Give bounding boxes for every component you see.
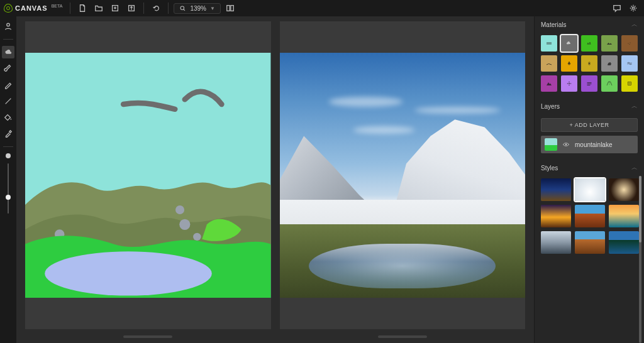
style-thumbnail xyxy=(575,205,605,227)
tool-pencil[interactable] xyxy=(2,79,14,91)
layers-header[interactable]: Layers ︿ xyxy=(535,98,644,114)
brush-size-knob[interactable] xyxy=(6,195,11,200)
user-icon xyxy=(4,22,13,31)
svg-point-16 xyxy=(630,44,630,45)
style-thumbnail xyxy=(541,205,571,227)
nvidia-logo-icon xyxy=(4,4,13,13)
new-file-icon xyxy=(78,4,87,13)
feedback-button[interactable] xyxy=(610,2,624,14)
style-night-sky[interactable] xyxy=(541,178,571,201)
chevron-down-icon: ▼ xyxy=(210,6,215,11)
render-cloud xyxy=(329,97,402,107)
style-thumbnail xyxy=(609,231,639,254)
add-layer-button[interactable]: + ADD LAYER xyxy=(541,118,638,132)
style-ocean-sunset[interactable] xyxy=(609,205,639,227)
tool-cloud[interactable] xyxy=(2,46,14,58)
svg-point-17 xyxy=(569,83,570,84)
topbar: CANVAS BETA 139% ▼ xyxy=(0,0,644,16)
export-button[interactable] xyxy=(125,2,138,14)
material-tree-icon xyxy=(565,60,573,67)
divider xyxy=(3,39,13,40)
material-grass[interactable] xyxy=(581,35,597,52)
cloud-icon xyxy=(4,48,13,57)
layer-row[interactable]: mountainlake xyxy=(541,136,638,153)
material-sand-icon xyxy=(545,60,553,67)
fill-icon xyxy=(4,113,13,122)
styles-grid xyxy=(535,176,644,260)
material-hill[interactable] xyxy=(601,35,618,52)
tool-accounts[interactable] xyxy=(2,20,14,33)
svg-point-18 xyxy=(569,82,570,83)
open-file-button[interactable] xyxy=(92,2,106,14)
materials-title: Materials xyxy=(541,21,567,28)
chevron-up-icon: ︿ xyxy=(631,102,638,111)
render-canvas[interactable] xyxy=(280,53,526,298)
style-thumbnail xyxy=(575,178,605,201)
layer-name: mountainlake xyxy=(575,141,612,148)
new-file-button[interactable] xyxy=(75,2,89,14)
material-cloud[interactable] xyxy=(561,35,577,52)
material-rock[interactable] xyxy=(601,55,618,72)
styles-scroll-area xyxy=(535,176,644,343)
material-fog[interactable] xyxy=(581,75,597,92)
style-thumbnail xyxy=(541,178,571,201)
svg-point-7 xyxy=(11,119,12,120)
tool-eyedropper[interactable] xyxy=(2,128,14,140)
divider xyxy=(3,146,13,147)
style-sunset-clouds[interactable] xyxy=(541,205,571,227)
material-bush[interactable] xyxy=(581,55,597,72)
style-cave[interactable] xyxy=(609,178,639,201)
material-sky[interactable] xyxy=(541,35,557,52)
settings-button[interactable] xyxy=(626,2,640,14)
line-icon xyxy=(4,97,13,106)
tool-fill[interactable] xyxy=(2,111,14,124)
zoom-dropdown[interactable]: 139% ▼ xyxy=(174,3,221,14)
material-road[interactable] xyxy=(601,75,618,92)
styles-scrollbar[interactable] xyxy=(639,176,641,343)
style-desert-mesa[interactable] xyxy=(575,205,605,227)
export-icon xyxy=(127,4,136,13)
brush-size-slider[interactable] xyxy=(8,163,9,214)
material-mountain-icon xyxy=(545,80,553,87)
svg-point-10 xyxy=(175,205,184,214)
material-snow[interactable] xyxy=(621,75,638,92)
feedback-icon xyxy=(613,4,621,13)
materials-header[interactable]: Materials ︿ xyxy=(535,16,644,33)
style-lake-valley[interactable] xyxy=(609,231,639,254)
segmentation-canvas[interactable] xyxy=(25,53,271,298)
styles-title: Styles xyxy=(541,165,558,172)
svg-rect-3 xyxy=(227,6,230,11)
material-dirt[interactable] xyxy=(621,35,638,52)
material-water[interactable] xyxy=(621,55,638,72)
brush-size-preview xyxy=(6,153,11,158)
svg-point-13 xyxy=(45,251,212,295)
compare-icon xyxy=(226,4,235,13)
style-snow-mountain[interactable] xyxy=(575,178,605,201)
tool-line[interactable] xyxy=(2,95,14,107)
material-hill-icon xyxy=(606,40,613,47)
material-flower[interactable] xyxy=(561,75,577,92)
material-mountain[interactable] xyxy=(541,75,557,92)
eyedropper-icon xyxy=(4,129,13,138)
styles-scroll-thumb[interactable] xyxy=(639,176,641,242)
material-grass-icon xyxy=(586,40,593,47)
styles-header[interactable]: Styles ︿ xyxy=(535,160,644,176)
segmentation-canvas-wrap xyxy=(25,21,271,329)
material-rock-icon xyxy=(606,60,613,67)
undo-button[interactable] xyxy=(149,2,163,14)
render-lake-reflection xyxy=(309,244,496,288)
gear-icon xyxy=(629,4,638,13)
save-file-button[interactable] xyxy=(108,2,122,14)
svg-point-12 xyxy=(193,232,201,240)
magnifier-icon xyxy=(179,5,186,12)
material-road-icon xyxy=(606,80,613,87)
style-alpine[interactable] xyxy=(541,231,571,254)
material-sand[interactable] xyxy=(541,55,557,72)
visibility-icon[interactable] xyxy=(562,141,570,148)
tool-brush[interactable] xyxy=(2,62,14,75)
style-canyon[interactable] xyxy=(575,231,605,254)
svg-point-6 xyxy=(7,23,9,26)
workspace xyxy=(16,16,535,343)
compare-button[interactable] xyxy=(223,2,237,14)
material-tree[interactable] xyxy=(561,55,577,72)
